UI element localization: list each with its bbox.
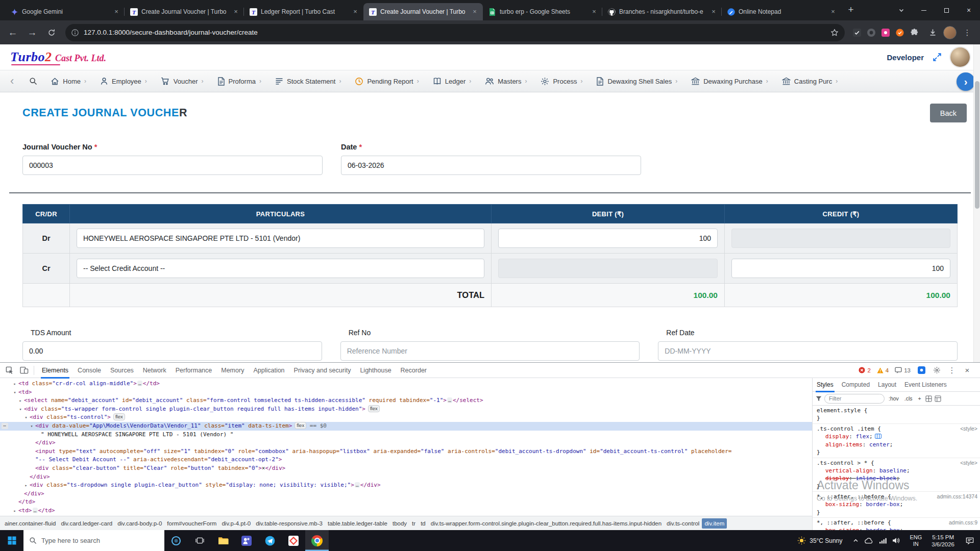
credit-amount-input[interactable]: 100 [731, 259, 950, 278]
address-bar[interactable]: 127.0.0.1:8000/secure-dashboard/journal-… [65, 24, 845, 41]
breadcrumb-item[interactable]: div.ts-wrapper.form-control.single.plugi… [428, 518, 664, 529]
nav-item-casting-purc[interactable]: Casting Purc› [782, 77, 838, 85]
jv-no-input[interactable] [22, 156, 323, 175]
collapse-arrow-icon[interactable]: ▾ [29, 422, 34, 431]
breadcrumb-item[interactable]: div.p-4.pt-0 [219, 518, 253, 529]
css-source-link[interactable]: <style> [960, 459, 977, 467]
app-blue-taskbar-icon[interactable] [258, 530, 282, 551]
teams-taskbar-icon[interactable] [235, 530, 258, 551]
clock[interactable]: 5:15 PM 3/6/2026 [926, 534, 960, 548]
devtools-close-icon[interactable]: × [961, 364, 974, 377]
tray-cloud-icon[interactable] [865, 538, 873, 544]
devtools-tab-performance[interactable]: Performance [171, 363, 217, 378]
devtools-tab-lighthouse[interactable]: Lighthouse [355, 363, 396, 378]
nav-item-dewaxing-shell-sales[interactable]: Dewaxing Shell Sales› [596, 77, 677, 86]
new-tab-button[interactable]: + [843, 2, 859, 17]
browser-tab[interactable]: Online Notepad× [722, 3, 841, 20]
dom-node-line[interactable]: </td> [0, 498, 812, 507]
devtools-tab-recorder[interactable]: Recorder [396, 363, 431, 378]
extorange-icon[interactable] [896, 29, 904, 37]
tab-close-icon[interactable]: × [112, 8, 120, 16]
dom-node-line[interactable]: ▾<div class="ts-control">flex [0, 413, 812, 422]
console-warnings-badge[interactable]: 4 [875, 367, 891, 373]
breadcrumb-item[interactable]: tbody [390, 518, 409, 529]
expand-arrow-icon[interactable]: ▸ [12, 507, 17, 515]
menu-kebab-icon[interactable]: ⋮ [959, 24, 976, 41]
new-style-rule-button[interactable]: + [917, 395, 923, 402]
device-toolbar-icon[interactable] [17, 364, 31, 377]
grid-overlay-icon[interactable] [925, 395, 932, 402]
user-avatar[interactable] [950, 47, 970, 67]
inspect-element-icon[interactable] [3, 364, 16, 377]
search-icon[interactable] [29, 77, 37, 85]
bookmark-star-icon[interactable] [830, 29, 839, 37]
css-source-link[interactable]: <style> [960, 425, 977, 433]
collapse-arrow-icon[interactable]: ▾ [12, 388, 17, 397]
back-icon[interactable]: ← [4, 24, 21, 41]
css-declaration[interactable]: box-sizing: border-box; [817, 527, 977, 530]
expand-arrow-icon[interactable]: ▸ [12, 380, 17, 388]
site-info-icon[interactable] [71, 29, 79, 36]
back-button[interactable]: Back [930, 104, 967, 122]
extcheck-icon[interactable] [853, 29, 861, 37]
dom-node-line[interactable]: ▸<td>…</td> [0, 507, 812, 515]
computed-sidebar-icon[interactable] [935, 395, 941, 402]
expand-arrow-icon[interactable]: ▸ [18, 396, 23, 405]
dom-node-line[interactable]: </div> [0, 490, 812, 498]
tab-close-icon[interactable]: × [590, 8, 598, 16]
date-input[interactable] [341, 156, 641, 175]
css-selector[interactable]: .ts-control > * [817, 460, 867, 466]
dom-node-line[interactable]: " HONEYWELL AEROSPACE SINGAPORE PTE LTD … [0, 431, 812, 439]
nav-item-pending-report[interactable]: Pending Report› [355, 77, 419, 86]
extpink-icon[interactable] [881, 29, 890, 37]
nav-item-ledger[interactable]: Ledger› [433, 77, 471, 85]
element-classes-button[interactable]: .cls [903, 395, 914, 402]
css-selector[interactable]: *, ::after, ::before [817, 519, 884, 526]
browser-tab[interactable]: TCreate Journal Voucher | Turbo× [125, 3, 244, 20]
tab-close-icon[interactable]: × [709, 8, 718, 16]
node-menu-icon[interactable]: ⋯ [2, 423, 8, 429]
browser-tab[interactable]: Branches - nisargkhunt/turbo-e× [602, 3, 722, 20]
dom-node-line[interactable]: </div> [0, 439, 812, 447]
breadcrumb-item[interactable]: form#voucherForm [164, 518, 219, 529]
devtools-tab-network[interactable]: Network [138, 363, 171, 378]
devtools-menu-icon[interactable]: ⋮ [945, 364, 959, 377]
nav-item-process[interactable]: Process› [541, 77, 582, 86]
tab-close-icon[interactable]: × [351, 8, 359, 16]
dom-node-line[interactable]: </div> [0, 473, 812, 482]
styles-tab-styles[interactable]: Styles [813, 378, 838, 392]
close-button[interactable]: × [958, 0, 980, 20]
nav-scroll-left-icon[interactable]: ‹ [8, 76, 16, 87]
nav-item-employee[interactable]: Employee› [100, 77, 147, 85]
styles-tab-computed[interactable]: Computed [838, 378, 874, 392]
collapse-arrow-icon[interactable]: ▾ [23, 413, 29, 422]
dom-node-line[interactable]: "-- Select Debit Account --" aria-active… [0, 456, 812, 464]
css-declaration[interactable]: align-items: center; [817, 441, 977, 448]
downloads-icon[interactable] [924, 24, 941, 41]
nav-item-home[interactable]: Home› [51, 77, 86, 86]
tray-chevron-up-icon[interactable] [852, 537, 859, 544]
breadcrumb-item[interactable]: div.item [702, 518, 727, 529]
toggle-element-state-button[interactable]: :hov [887, 395, 900, 402]
dom-node-line[interactable]: ▾<div class="ts-wrapper form-control sin… [0, 405, 812, 414]
css-source-link[interactable]: admin.css:14374 [937, 493, 977, 500]
breadcrumb-item[interactable]: table.table.ledger-table [325, 518, 390, 529]
language-indicator[interactable]: ENG IN [905, 534, 926, 547]
start-button[interactable] [0, 530, 23, 551]
fullscreen-expand-icon[interactable] [932, 52, 942, 62]
minimize-button[interactable] [913, 0, 935, 20]
nav-scroll-right-button[interactable]: › [957, 72, 975, 91]
css-selector[interactable]: element.style [817, 407, 861, 414]
nav-item-voucher[interactable]: Voucher› [161, 77, 204, 85]
tray-volume-icon[interactable] [892, 537, 900, 544]
devtools-tab-console[interactable]: Console [73, 363, 106, 378]
dom-node-line[interactable]: <input type="text" autocomplete="off" si… [0, 447, 812, 456]
tab-close-icon[interactable]: × [829, 8, 837, 16]
breadcrumb-item[interactable]: div.ts-control [664, 518, 702, 529]
cortana-icon[interactable] [164, 530, 188, 551]
collapse-arrow-icon[interactable]: ▾ [18, 405, 23, 414]
breadcrumb-item[interactable]: div.card.ledger-card [58, 518, 115, 529]
flex-editor-icon[interactable] [875, 433, 881, 441]
tab-close-icon[interactable]: × [232, 8, 240, 16]
css-declaration[interactable]: display: flex; [817, 433, 977, 441]
